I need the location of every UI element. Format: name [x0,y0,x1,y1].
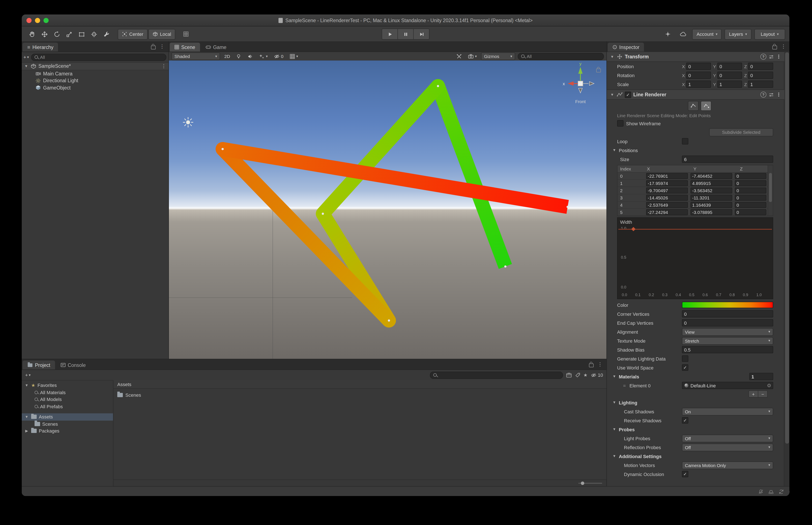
assets-tree-row[interactable]: ▼ Assets [22,413,113,420]
scene-grid-dropdown[interactable]: ▾ [288,53,300,60]
create-object-button[interactable]: + ▾ [24,55,29,60]
loop-checkbox[interactable] [682,138,688,145]
positions-foldout[interactable]: ▼ Positions [607,146,784,155]
light-probes-dropdown[interactable]: Off ▾ [682,434,773,442]
cloud-button[interactable] [677,29,690,40]
icon-size-slider[interactable] [578,483,602,484]
p3-y-field[interactable]: -11.3201 [691,195,732,201]
materials-count-field[interactable]: 1 [749,373,773,380]
create-asset-button[interactable]: + ▾ [25,372,30,378]
rect-tool-button[interactable] [75,29,88,40]
p4-z-field[interactable]: 0 [735,202,766,208]
positions-table-scrollbar[interactable] [768,165,773,215]
component-enabled-checkbox[interactable]: ✓ [625,91,631,98]
save-search-icon[interactable]: ★ [583,373,588,377]
services-button[interactable] [662,29,674,40]
p2-x-field[interactable]: -9.700497 [646,188,688,194]
use-world-space-checkbox[interactable]: ✓ [682,364,688,371]
element0-object-field[interactable]: Default-Line ⊙ [682,382,773,389]
presets-icon[interactable] [768,92,774,97]
p2-z-field[interactable]: 0 [735,188,766,194]
foldout-open-icon[interactable]: ▼ [610,93,614,96]
position-row-3[interactable]: 3 -14.45026 -11.3201 0 [618,194,768,201]
hand-tool-button[interactable] [26,29,38,40]
space-toggle-button[interactable]: Local [148,29,175,40]
panel-menu-icon[interactable]: ⋮ [781,44,786,49]
scale-tool-button[interactable] [63,29,75,40]
add-material-button[interactable]: + [749,390,758,397]
width-curve-editor[interactable]: Width 1.0 0.5 0.0 0.00.1 0.20.3 0.40.5 0… [617,217,773,299]
hierarchy-scene-row[interactable]: ▼ SampleScene* ⋮ [22,62,169,70]
account-dropdown[interactable]: Account ▾ [692,29,722,40]
edit-points-tool-button[interactable] [688,101,699,110]
inspector-scrollbar[interactable] [784,51,789,486]
favorite-all-models[interactable]: All Models [22,396,113,403]
position-x-field[interactable]: 0 [686,63,711,70]
p5-y-field[interactable]: -3.078895 [691,209,732,215]
shadow-bias-field[interactable]: 0.5 [682,346,773,353]
scene-audio-toggle[interactable] [246,53,255,60]
lock-icon[interactable] [151,45,156,49]
p1-x-field[interactable]: -17.95974 [646,180,688,186]
hidden-count-toggle[interactable]: 10 [591,372,603,378]
scenes-tree-row[interactable]: Scenes [22,420,113,427]
scene-orientation-gizmo[interactable]: y x Front [557,61,604,104]
object-picker-icon[interactable]: ⊙ [767,382,771,388]
p1-y-field[interactable]: 4.895915 [691,180,732,186]
remove-material-button[interactable]: − [758,390,768,397]
project-search-input[interactable] [430,371,563,379]
lock-icon[interactable] [589,363,594,367]
hierarchy-item-main-camera[interactable]: Main Camera [22,70,169,77]
dynamic-occlusion-checkbox[interactable]: ✓ [682,471,688,477]
close-window-button[interactable] [27,18,31,23]
tab-hierarchy[interactable]: ≡ Hierarchy [23,43,58,51]
packages-tree-row[interactable]: ▶ Packages [22,427,113,434]
step-button[interactable] [414,29,430,40]
alignment-dropdown[interactable]: View ▾ [682,328,773,335]
additional-settings-foldout[interactable]: ▼ Additional Settings [607,452,784,461]
gizmos-dropdown[interactable]: Gizmos ▾ [481,52,515,60]
scene-menu-icon[interactable]: ⋮ [161,64,166,69]
position-row-4[interactable]: 4 -2.537649 1.164639 0 [618,201,768,208]
inbox-icon[interactable] [768,489,774,495]
scene-visibility-toggle[interactable]: 0 [272,53,285,60]
p0-x-field[interactable]: -22.76901 [646,173,688,179]
tab-project[interactable]: Project [23,361,55,370]
scene-tools-button[interactable] [454,53,463,60]
directional-light-gizmo[interactable] [182,116,194,129]
size-field[interactable]: 6 [682,155,773,163]
lock-icon[interactable] [596,69,601,72]
component-menu-icon[interactable]: ⋮ [776,92,781,97]
scale-x-field[interactable]: 1 [686,80,711,88]
p2-y-field[interactable]: -3.563452 [691,188,732,194]
p3-z-field[interactable]: 0 [735,195,766,201]
width-curve-key[interactable] [632,227,635,231]
materials-foldout[interactable]: ▼ Materials 1 [607,372,784,381]
scene-effects-dropdown[interactable]: ▾ [257,53,270,60]
project-assets-area[interactable]: Scenes [113,389,607,479]
asset-item-scenes[interactable]: Scenes [117,391,603,399]
draw-mode-dropdown[interactable]: Shaded ▾ [171,52,220,60]
lock-icon[interactable] [772,45,777,49]
position-row-1[interactable]: 1 -17.95974 4.895915 0 [618,179,768,187]
p1-z-field[interactable]: 0 [735,180,766,186]
pause-button[interactable] [398,29,414,40]
grid-snap-button[interactable] [180,29,192,40]
foldout-open-icon[interactable]: ▼ [24,64,29,68]
color-gradient-bar[interactable] [682,302,773,308]
help-icon[interactable]: ? [760,54,766,60]
play-button[interactable] [382,29,398,40]
position-row-5[interactable]: 5 -27.24294 -3.078895 0 [618,208,768,215]
maximize-window-button[interactable] [44,18,48,23]
tab-console[interactable]: Console [56,361,90,370]
generate-lighting-checkbox[interactable] [682,355,688,362]
layers-dropdown[interactable]: Layers ▾ [725,29,751,40]
drag-handle-icon[interactable]: = [623,383,627,388]
transform-tool-button[interactable] [88,29,100,40]
line-renderer-header[interactable]: ▼ ✓ Line Renderer ? ⋮ [607,89,784,100]
search-by-type-icon[interactable] [566,372,572,378]
project-breadcrumb[interactable]: Assets [113,380,607,389]
custom-tool-button[interactable] [100,29,113,40]
position-z-field[interactable]: 0 [748,63,773,70]
slider-knob[interactable] [581,481,584,485]
